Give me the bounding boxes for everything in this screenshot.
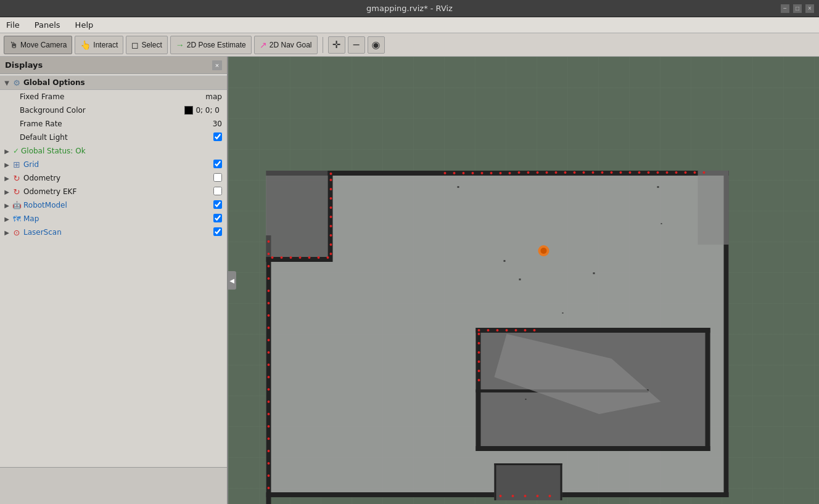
svg-point-32: [555, 171, 558, 174]
panel-collapse-button[interactable]: ◀: [228, 271, 236, 290]
frame-rate-row[interactable]: Frame Rate 30: [0, 117, 227, 131]
background-color-swatch: [184, 106, 193, 115]
fixed-frame-label: Fixed Frame: [20, 92, 205, 101]
svg-point-54: [268, 302, 270, 304]
minimize-button[interactable]: −: [781, 4, 789, 13]
svg-point-86: [327, 256, 329, 259]
svg-point-67: [268, 462, 270, 465]
displays-tree[interactable]: ▼ Global Options Fixed Frame map Backgro…: [0, 74, 227, 467]
svg-point-50: [268, 253, 270, 255]
main-layout: Displays × ▼ Global Options Fixed Frame …: [0, 57, 819, 504]
svg-point-44: [666, 171, 669, 174]
svg-point-73: [330, 197, 332, 200]
odometry-row[interactable]: ▶ ↻ Odometry: [0, 171, 227, 185]
background-color-value: 0; 0; 0: [195, 106, 222, 115]
grid-expander: ▶: [2, 160, 11, 169]
2d-nav-button[interactable]: ↗ 2D Nav Goal: [254, 36, 318, 54]
fixed-frame-expander: [11, 92, 20, 101]
svg-point-76: [330, 225, 332, 227]
grid-row[interactable]: ▶ ⊞ Grid: [0, 158, 227, 171]
toolbar-separator: [323, 37, 323, 53]
fixed-frame-row[interactable]: Fixed Frame map: [0, 90, 227, 104]
global-status-expander: ▶: [2, 147, 11, 155]
default-light-checkbox[interactable]: [213, 132, 222, 141]
svg-point-71: [330, 179, 332, 181]
map-checkbox[interactable]: [213, 214, 222, 222]
svg-point-27: [509, 172, 511, 174]
displays-panel: Displays × ▼ Global Options Fixed Frame …: [0, 57, 228, 504]
svg-point-49: [268, 240, 270, 243]
crosshair-button[interactable]: ✛: [328, 36, 345, 54]
maximize-button[interactable]: □: [793, 4, 802, 13]
menu-help[interactable]: Help: [72, 19, 97, 31]
svg-point-63: [268, 413, 270, 415]
svg-rect-110: [593, 272, 595, 274]
svg-point-40: [629, 171, 632, 174]
svg-point-30: [537, 171, 539, 174]
svg-point-53: [268, 290, 270, 292]
svg-point-36: [592, 171, 595, 174]
displays-close-button[interactable]: ×: [212, 60, 222, 70]
svg-point-70: [330, 173, 332, 175]
zoom-out-button[interactable]: −: [348, 36, 365, 54]
global-status-row[interactable]: ▶ ✓ Global Status: Ok: [0, 144, 227, 158]
odometry-icon: ↻: [11, 173, 22, 184]
menu-file[interactable]: File: [2, 19, 23, 31]
global-options-row[interactable]: ▼ Global Options: [0, 75, 227, 90]
map-visualization: [228, 57, 819, 504]
svg-point-22: [463, 172, 465, 174]
global-options-expander: ▼: [2, 78, 11, 87]
fixed-frame-value: map: [205, 92, 224, 101]
svg-point-28: [518, 171, 521, 174]
svg-point-45: [675, 171, 678, 174]
odometry-ekf-icon: ↻: [11, 186, 22, 197]
move-camera-button[interactable]: 🖱 Move Camera: [4, 36, 72, 54]
window-controls[interactable]: − □ ×: [781, 4, 814, 13]
displays-bottom-panel: [0, 467, 227, 504]
svg-rect-14: [495, 463, 562, 465]
svg-point-31: [546, 171, 548, 174]
robot-model-expander: ▶: [2, 201, 11, 209]
odometry-ekf-checkbox[interactable]: [213, 187, 222, 195]
default-light-row[interactable]: Default Light: [0, 131, 227, 144]
3d-viewport[interactable]: ◀: [228, 57, 819, 504]
frame-rate-label: Frame Rate: [20, 120, 213, 128]
grid-label: Grid: [23, 160, 213, 169]
odometry-ekf-row[interactable]: ▶ ↻ Odometry EKF: [0, 185, 227, 198]
svg-point-33: [564, 171, 567, 174]
window-title: gmapping.rviz* - RViz: [366, 4, 453, 13]
menu-panels[interactable]: Panels: [31, 19, 64, 31]
grid-checkbox[interactable]: [213, 160, 222, 168]
svg-rect-11: [706, 328, 710, 451]
svg-point-95: [478, 342, 480, 344]
odometry-checkbox[interactable]: [213, 173, 222, 182]
background-color-row[interactable]: Background Color 0; 0; 0: [0, 104, 227, 117]
global-options-icon: [11, 77, 22, 88]
menubar: File Panels Help: [0, 17, 819, 33]
svg-point-42: [648, 171, 650, 174]
camera-type-button[interactable]: ◉: [368, 36, 385, 54]
robot-model-row[interactable]: ▶ 🤖 RobotModel: [0, 198, 227, 212]
interact-button[interactable]: 👆 Interact: [75, 36, 123, 54]
laser-scan-row[interactable]: ▶ ⊙ LaserScan: [0, 226, 227, 239]
default-light-label: Default Light: [20, 133, 213, 142]
svg-point-74: [330, 206, 332, 209]
svg-point-99: [478, 379, 480, 381]
svg-point-23: [472, 172, 474, 174]
svg-point-75: [330, 216, 332, 218]
select-button[interactable]: ◻ Select: [126, 36, 167, 54]
robot-model-checkbox[interactable]: [213, 200, 222, 209]
svg-point-39: [620, 171, 622, 174]
svg-point-64: [268, 425, 270, 428]
svg-point-87: [478, 329, 480, 331]
svg-point-93: [533, 329, 536, 331]
map-row[interactable]: ▶ 🗺 Map: [0, 212, 227, 226]
nav-icon: ↗: [260, 40, 267, 50]
robot-model-icon: 🤖: [11, 200, 22, 211]
grid-icon: ⊞: [11, 159, 22, 170]
laser-scan-checkbox[interactable]: [213, 227, 222, 236]
svg-point-35: [583, 171, 585, 174]
close-button[interactable]: ×: [805, 4, 814, 13]
svg-rect-1: [266, 171, 729, 176]
2d-pose-button[interactable]: → 2D Pose Estimate: [170, 36, 252, 54]
